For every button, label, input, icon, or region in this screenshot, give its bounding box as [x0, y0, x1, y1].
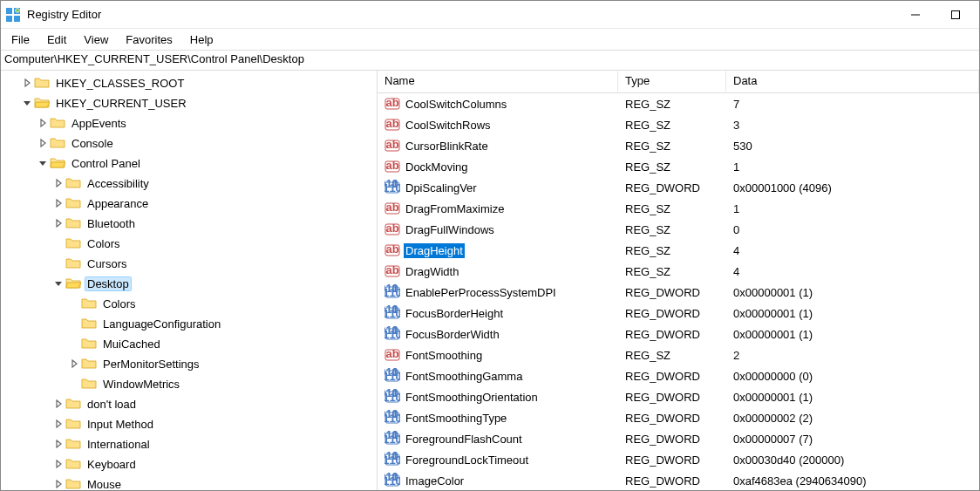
list-row[interactable]: 0110110FocusBorderWidthREG_DWORD0x000000… [378, 324, 979, 344]
chevron-down-icon[interactable] [36, 156, 50, 170]
folder-icon [81, 317, 97, 330]
folder-icon [81, 338, 97, 350]
chevron-right-icon[interactable] [36, 136, 50, 150]
tree-item[interactable]: Control Panel [1, 153, 377, 173]
tree-item[interactable]: PerMonitorSettings [1, 354, 377, 373]
value-name: ForegroundFlashCount [404, 432, 524, 447]
tree-item[interactable]: International [1, 434, 377, 453]
column-header-name[interactable]: Name [378, 71, 618, 92]
tree-item-label: Bluetooth [85, 216, 138, 231]
string-value-icon: ab [385, 263, 400, 279]
tree-item[interactable]: HKEY_CURRENT_USER [1, 93, 377, 113]
svg-text:ab: ab [385, 159, 398, 172]
value-type: REG_SZ [618, 263, 726, 280]
tree-item-label: Console [69, 136, 116, 151]
chevron-down-icon[interactable] [51, 276, 65, 290]
list-row[interactable]: abFontSmoothingREG_SZ2 [378, 344, 979, 365]
chevron-right-icon[interactable] [51, 196, 65, 210]
column-header-type[interactable]: Type [618, 71, 726, 92]
list-row[interactable]: 0110110ImageColorREG_DWORD0xaf4683ea (29… [378, 470, 979, 490]
menu-file[interactable]: File [3, 31, 38, 49]
tree-item[interactable]: Bluetooth [1, 214, 377, 233]
tree-item[interactable]: HKEY_CLASSES_ROOT [1, 73, 377, 92]
column-header-data[interactable]: Data [726, 71, 979, 92]
dword-value-icon: 0110110 [385, 452, 400, 467]
value-type: REG_DWORD [618, 431, 726, 447]
tree-item[interactable]: Console [1, 133, 377, 153]
svg-text:110: 110 [385, 286, 400, 299]
list-row[interactable]: 0110110FocusBorderHeightREG_DWORD0x00000… [378, 303, 979, 324]
menu-favorites[interactable]: Favorites [117, 31, 180, 49]
chevron-right-icon[interactable] [20, 76, 34, 90]
chevron-right-icon[interactable] [51, 216, 65, 230]
menu-help[interactable]: Help [181, 31, 222, 49]
chevron-right-icon[interactable] [36, 116, 50, 130]
tree-item[interactable]: Colors [1, 294, 377, 313]
chevron-right-icon[interactable] [51, 437, 65, 451]
list-row[interactable]: abCoolSwitchRowsREG_SZ3 [378, 114, 979, 135]
chevron-down-icon[interactable] [20, 96, 34, 110]
tree-item-label: Input Method [85, 417, 156, 432]
list-row[interactable]: 0110110ForegroundLockTimeoutREG_DWORD0x0… [378, 449, 979, 470]
list-row[interactable]: abCursorBlinkRateREG_SZ530 [378, 135, 979, 156]
svg-point-4 [16, 8, 20, 12]
chevron-right-icon[interactable] [51, 477, 65, 490]
value-type: REG_DWORD [618, 326, 726, 343]
dword-value-icon: 0110110 [385, 284, 400, 300]
tree-item[interactable]: Colors [1, 234, 377, 253]
list-row[interactable]: 0110110EnablePerProcessSystemDPIREG_DWOR… [378, 282, 979, 303]
value-name: EnablePerProcessSystemDPI [404, 285, 558, 300]
value-name: FontSmoothing [404, 348, 484, 363]
tree-pane[interactable]: HKEY_CLASSES_ROOTHKEY_CURRENT_USERAppEve… [1, 71, 378, 490]
svg-text:ab: ab [385, 138, 398, 151]
tree-item-label: PerMonitorSettings [100, 357, 202, 372]
list-row[interactable]: abDragFullWindowsREG_SZ0 [378, 219, 979, 240]
value-data: 0 [726, 222, 979, 238]
address-bar[interactable]: Computer\HKEY_CURRENT_USER\Control Panel… [1, 50, 979, 71]
string-value-icon: ab [385, 96, 400, 112]
tree-item[interactable]: WindowMetrics [1, 374, 377, 393]
value-type: REG_DWORD [618, 473, 726, 489]
tree-item[interactable]: Mouse [1, 474, 377, 490]
chevron-right-icon[interactable] [51, 176, 65, 190]
tree-item[interactable]: Cursors [1, 254, 377, 273]
chevron-right-icon[interactable] [51, 397, 65, 411]
list-row[interactable]: abDragHeightREG_SZ4 [378, 240, 979, 261]
maximize-button[interactable] [936, 1, 976, 29]
svg-text:ab: ab [385, 347, 398, 360]
svg-text:110: 110 [385, 474, 400, 488]
menu-view[interactable]: View [75, 31, 117, 49]
svg-rect-2 [6, 16, 12, 22]
list-row[interactable]: abDragFromMaximizeREG_SZ1 [378, 198, 979, 219]
tree-item[interactable]: Desktop [1, 274, 377, 293]
tree-item[interactable]: Input Method [1, 414, 377, 433]
minimize-button[interactable] [895, 1, 936, 29]
expander-placeholder [67, 297, 81, 310]
value-type: REG_SZ [618, 242, 726, 259]
chevron-right-icon[interactable] [51, 417, 65, 431]
list-row[interactable]: abDockMovingREG_SZ1 [378, 156, 979, 177]
list-row[interactable]: 0110110FontSmoothingGammaREG_DWORD0x0000… [378, 365, 979, 386]
tree-item[interactable]: AppEvents [1, 113, 377, 133]
list-row[interactable]: 0110110FontSmoothingTypeREG_DWORD0x00000… [378, 407, 979, 428]
value-name: FocusBorderHeight [404, 306, 505, 321]
window-controls [895, 1, 976, 29]
tree-item[interactable]: LanguageConfiguration [1, 314, 377, 333]
chevron-right-icon[interactable] [67, 357, 81, 371]
tree-item[interactable]: Appearance [1, 194, 377, 213]
tree-item[interactable]: Accessibility [1, 174, 377, 193]
chevron-right-icon[interactable] [51, 457, 65, 471]
tree-item[interactable]: MuiCached [1, 334, 377, 353]
list-row[interactable]: 0110110ForegroundFlashCountREG_DWORD0x00… [378, 428, 979, 449]
expander-placeholder [67, 317, 81, 331]
tree-item-label: HKEY_CURRENT_USER [53, 96, 189, 111]
list-row[interactable]: 0110110FontSmoothingOrientationREG_DWORD… [378, 386, 979, 407]
list-row[interactable]: abDragWidthREG_SZ4 [378, 261, 979, 282]
svg-text:110: 110 [385, 412, 400, 425]
value-name: FontSmoothingOrientation [404, 390, 540, 405]
menu-edit[interactable]: Edit [38, 31, 75, 49]
list-row[interactable]: abCoolSwitchColumnsREG_SZ7 [378, 93, 979, 114]
tree-item[interactable]: don't load [1, 394, 377, 413]
tree-item[interactable]: Keyboard [1, 454, 377, 474]
list-row[interactable]: 0110110DpiScalingVerREG_DWORD0x00001000 … [378, 177, 979, 198]
